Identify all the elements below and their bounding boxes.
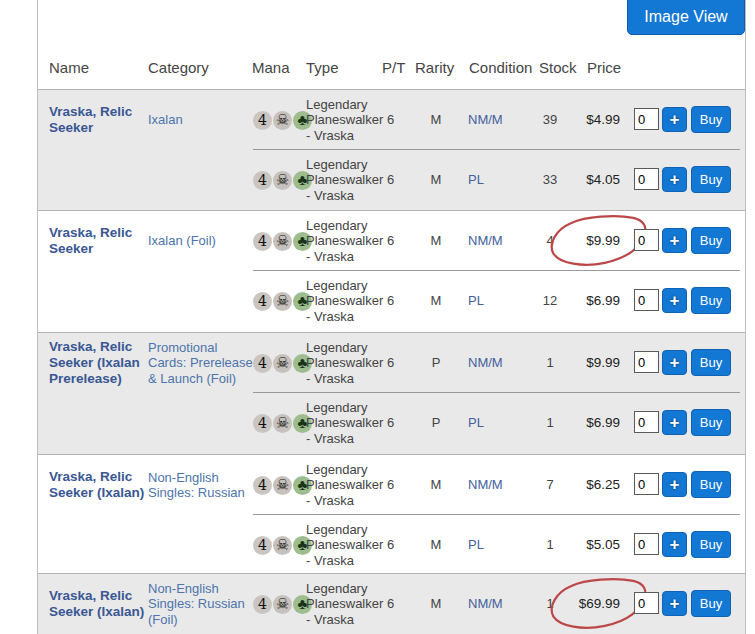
mana-generic-4-icon: 4 xyxy=(253,536,272,555)
buy-button[interactable]: Buy xyxy=(691,166,731,193)
plus-button[interactable]: + xyxy=(662,532,687,557)
plus-button[interactable]: + xyxy=(662,350,687,375)
card-group: Vraska, Relic Seeker Ixalan 4 ☠ ♣ Legend… xyxy=(38,89,745,211)
card-group: Vraska, Relic Seeker (Ixalan) Non-Englis… xyxy=(38,454,745,574)
table-header-row: NameCategoryManaTypeP/TRarityConditionSt… xyxy=(38,55,745,85)
condition-link[interactable]: NM/M xyxy=(468,211,526,271)
mana-black-skull-icon: ☠ xyxy=(273,111,292,130)
buy-button[interactable]: Buy xyxy=(691,409,731,436)
listing-row: 4 ☠ ♣ Legendary Planeswalker 6 - Vraska … xyxy=(38,515,745,574)
condition-link[interactable]: PL xyxy=(468,271,526,331)
rarity-value: M xyxy=(421,271,451,331)
buy-button[interactable]: Buy xyxy=(691,349,731,376)
condition-link[interactable]: NM/M xyxy=(468,333,526,393)
quantity-input[interactable] xyxy=(634,533,659,555)
listing-row: 4 ☠ ♣ Legendary Planeswalker 6 - Vraska … xyxy=(38,211,745,271)
buy-button[interactable]: Buy xyxy=(691,531,731,558)
power-toughness xyxy=(382,271,410,331)
mana-black-skull-icon: ☠ xyxy=(273,414,292,433)
image-view-button[interactable]: Image View xyxy=(627,0,745,35)
mana-black-skull-icon: ☠ xyxy=(273,595,292,614)
listing-row: 4 ☠ ♣ Legendary Planeswalker 6 - Vraska … xyxy=(38,333,745,393)
price-value: $6.25 xyxy=(558,455,620,515)
price-value: $5.05 xyxy=(558,515,620,574)
condition-link[interactable]: PL xyxy=(468,150,526,210)
column-header-price: Price xyxy=(587,59,621,76)
rarity-value: M xyxy=(421,515,451,574)
quantity-input[interactable] xyxy=(634,351,659,373)
mana-generic-4-icon: 4 xyxy=(253,595,272,614)
buy-button[interactable]: Buy xyxy=(691,106,731,133)
condition-link[interactable]: NM/M xyxy=(468,455,526,515)
mana-generic-4-icon: 4 xyxy=(253,171,272,190)
condition-link[interactable]: PL xyxy=(468,515,526,574)
plus-button[interactable]: + xyxy=(662,591,687,616)
column-header-p-t: P/T xyxy=(382,59,405,76)
rarity-value: M xyxy=(421,150,451,210)
power-toughness xyxy=(382,90,410,150)
mana-black-skull-icon: ☠ xyxy=(273,476,292,495)
mana-generic-4-icon: 4 xyxy=(253,354,272,373)
plus-button[interactable]: + xyxy=(662,410,687,435)
buy-button[interactable]: Buy xyxy=(691,227,731,254)
listing-row: 4 ☠ ♣ Legendary Planeswalker 6 - Vraska … xyxy=(38,271,745,331)
plus-button[interactable]: + xyxy=(662,107,687,132)
power-toughness xyxy=(382,393,410,453)
mana-generic-4-icon: 4 xyxy=(253,476,272,495)
price-value: $6.99 xyxy=(558,271,620,331)
buy-button[interactable]: Buy xyxy=(691,471,731,498)
price-value: $4.99 xyxy=(558,90,620,150)
quantity-input[interactable] xyxy=(634,108,659,130)
quantity-input[interactable] xyxy=(634,229,659,251)
mana-black-skull-icon: ☠ xyxy=(273,171,292,190)
power-toughness xyxy=(382,333,410,393)
plus-button[interactable]: + xyxy=(662,288,687,313)
mana-generic-4-icon: 4 xyxy=(253,232,272,251)
price-value: $9.99 xyxy=(558,211,620,271)
column-header-name: Name xyxy=(49,59,89,76)
quantity-input[interactable] xyxy=(634,592,659,614)
quantity-input[interactable] xyxy=(634,289,659,311)
listing-row: 4 ☠ ♣ Legendary Planeswalker 6 - Vraska … xyxy=(38,574,745,634)
buy-button[interactable]: Buy xyxy=(691,590,731,617)
price-value: $6.99 xyxy=(558,393,620,453)
power-toughness xyxy=(382,211,410,271)
power-toughness xyxy=(382,455,410,515)
listing-row: 4 ☠ ♣ Legendary Planeswalker 6 - Vraska … xyxy=(38,150,745,210)
rarity-value: M xyxy=(421,90,451,150)
card-group: Vraska, Relic Seeker (Ixalan Prerelease)… xyxy=(38,332,745,455)
listing-row: 4 ☠ ♣ Legendary Planeswalker 6 - Vraska … xyxy=(38,90,745,150)
buy-button[interactable]: Buy xyxy=(691,287,731,314)
mana-black-skull-icon: ☠ xyxy=(273,354,292,373)
condition-link[interactable]: NM/M xyxy=(468,90,526,150)
card-group: Vraska, Relic Seeker Ixalan (Foil) 4 ☠ ♣… xyxy=(38,210,745,333)
condition-link[interactable]: PL xyxy=(468,393,526,453)
column-header-category: Category xyxy=(148,59,209,76)
price-value: $4.05 xyxy=(558,150,620,210)
rarity-value: M xyxy=(421,211,451,271)
column-header-rarity: Rarity xyxy=(415,59,454,76)
power-toughness xyxy=(382,574,410,634)
plus-button[interactable]: + xyxy=(662,167,687,192)
power-toughness xyxy=(382,515,410,574)
column-header-condition: Condition xyxy=(469,59,532,76)
quantity-input[interactable] xyxy=(634,473,659,495)
column-header-type: Type xyxy=(306,59,339,76)
plus-button[interactable]: + xyxy=(662,228,687,253)
listing-row: 4 ☠ ♣ Legendary Planeswalker 6 - Vraska … xyxy=(38,455,745,515)
mana-generic-4-icon: 4 xyxy=(253,111,272,130)
listing-row: 4 ☠ ♣ Legendary Planeswalker 6 - Vraska … xyxy=(38,393,745,453)
mana-generic-4-icon: 4 xyxy=(253,414,272,433)
quantity-input[interactable] xyxy=(634,411,659,433)
mana-generic-4-icon: 4 xyxy=(253,292,272,311)
quantity-input[interactable] xyxy=(634,168,659,190)
rarity-value: P xyxy=(421,333,451,393)
mana-black-skull-icon: ☠ xyxy=(273,536,292,555)
mana-black-skull-icon: ☠ xyxy=(273,232,292,251)
plus-button[interactable]: + xyxy=(662,472,687,497)
condition-link[interactable]: NM/M xyxy=(468,574,526,634)
price-value: $9.99 xyxy=(558,333,620,393)
power-toughness xyxy=(382,150,410,210)
mana-black-skull-icon: ☠ xyxy=(273,292,292,311)
column-header-stock: Stock xyxy=(539,59,577,76)
